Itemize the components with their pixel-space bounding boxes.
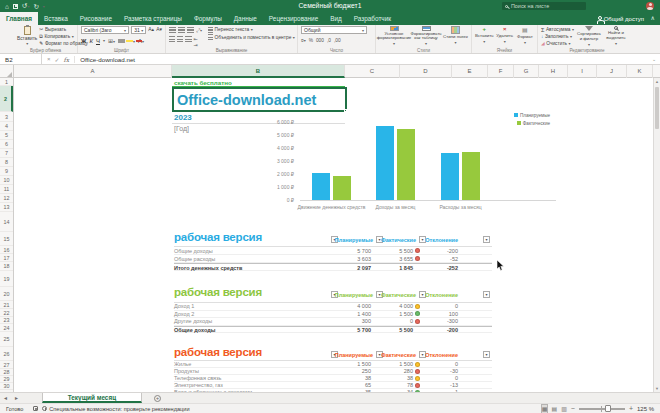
font-name-combo[interactable]: Calibri (Заго▾ bbox=[81, 26, 129, 34]
align-middle-icon[interactable] bbox=[178, 27, 185, 33]
ribbon-tab-Главная[interactable]: Главная bbox=[0, 12, 38, 25]
accessibility-status[interactable]: Специальные возможности: проверьте реком… bbox=[42, 406, 189, 412]
new-sheet-icon[interactable]: + bbox=[154, 395, 161, 402]
column-header-C[interactable]: C bbox=[345, 65, 400, 78]
paste-button[interactable]: Вставить▾ bbox=[17, 26, 37, 47]
deviation-cell[interactable]: -200 bbox=[398, 327, 458, 335]
filter-button[interactable]: ▾ bbox=[483, 291, 490, 298]
column-header-D[interactable]: D bbox=[400, 65, 452, 78]
row-label-cell[interactable]: Общие доходы bbox=[174, 247, 213, 255]
row-label-cell[interactable]: Доход 1 bbox=[174, 303, 194, 311]
column-header-I[interactable]: I bbox=[568, 65, 597, 78]
sheet-tab-current-month[interactable]: Текущий месяц bbox=[42, 393, 142, 403]
delete-cells-button[interactable]: × Удалить▾ bbox=[496, 26, 514, 47]
column-header-J[interactable]: J bbox=[597, 65, 627, 78]
column-header-H[interactable]: H bbox=[539, 65, 568, 78]
selected-cell-b2[interactable]: Office-download.net bbox=[172, 87, 347, 112]
find-select-button[interactable]: Найти и выделить▾ bbox=[604, 26, 628, 47]
zoom-out-button[interactable]: − bbox=[571, 405, 575, 413]
vertical-scrollbar[interactable]: ▲ ▼ bbox=[653, 78, 660, 392]
cell-styles-button[interactable]: Стили ячеек▾ bbox=[443, 26, 468, 47]
row-header-13[interactable]: 13 bbox=[0, 203, 13, 212]
sheet-canvas[interactable]: скачать бесплатно Office-download.net 20… bbox=[14, 78, 653, 392]
row-header-3[interactable]: 3 bbox=[0, 112, 13, 122]
column-header-F[interactable]: F bbox=[488, 65, 514, 78]
deviation-cell[interactable]: 0 bbox=[398, 361, 458, 368]
fill-color-button[interactable]: ▾ bbox=[118, 38, 135, 44]
scroll-up-icon[interactable]: ▲ bbox=[654, 78, 660, 85]
deviation-cell[interactable]: 100 bbox=[398, 311, 458, 319]
row-header-10[interactable]: 10 bbox=[0, 176, 13, 185]
clear-button[interactable]: ◢Очистить▾ bbox=[541, 40, 574, 47]
zoom-slider-handle[interactable] bbox=[605, 405, 611, 412]
align-top-icon[interactable] bbox=[169, 27, 176, 33]
deviation-cell[interactable]: -13 bbox=[398, 382, 458, 389]
row-header-2[interactable]: 2 bbox=[0, 86, 13, 112]
borders-button[interactable]: ⊞▾ bbox=[108, 37, 115, 44]
zoom-slider[interactable] bbox=[579, 408, 625, 410]
row-header-28[interactable]: 28 bbox=[0, 369, 13, 376]
comma-format-button[interactable]: 000 bbox=[316, 38, 324, 43]
deviation-cell[interactable]: -300 bbox=[398, 318, 458, 326]
fill-button[interactable]: ↓Заполнить▾ bbox=[541, 33, 574, 40]
row-header-6[interactable]: 6 bbox=[0, 140, 13, 149]
indent-icons[interactable]: ⇤ ⇥ bbox=[194, 36, 203, 48]
prev-sheet-icon[interactable]: ◄ bbox=[0, 393, 11, 403]
row-label-cell[interactable]: Общие расходы bbox=[174, 255, 215, 263]
page-layout-view-button[interactable]: ▤ bbox=[551, 405, 557, 413]
deviation-cell[interactable]: -30 bbox=[398, 368, 458, 375]
row-header-11[interactable]: 11 bbox=[0, 185, 13, 194]
percent-format-button[interactable]: % bbox=[309, 38, 313, 43]
shrink-font-button[interactable]: A▾ bbox=[156, 26, 162, 34]
macro-record-icon[interactable] bbox=[33, 406, 38, 411]
row-header-16[interactable]: 16 bbox=[0, 246, 13, 254]
wrap-text-button[interactable]: Перенос текста▾ bbox=[208, 26, 295, 34]
merge-center-button[interactable]: Объединить и поместить в центре▾ bbox=[208, 34, 295, 42]
row-header-22[interactable]: 22 bbox=[0, 309, 13, 317]
formula-input[interactable]: Office-download.net bbox=[75, 56, 648, 63]
number-format-combo[interactable]: Общий▾ bbox=[301, 26, 367, 34]
deviation-cell[interactable]: -252 bbox=[398, 264, 458, 272]
row-header-19[interactable]: 19 bbox=[0, 271, 13, 287]
align-center-icon[interactable] bbox=[177, 36, 183, 42]
sort-filter-button[interactable]: Сортировка и фильтр▾ bbox=[576, 26, 602, 47]
user-avatar[interactable] bbox=[646, 2, 654, 10]
search-box[interactable]: Поиск на листе bbox=[502, 2, 586, 10]
select-all-corner[interactable] bbox=[0, 65, 14, 78]
font-size-combo[interactable]: 31▾ bbox=[131, 26, 146, 34]
row-header-25[interactable]: 25 bbox=[0, 332, 13, 347]
row-header-23[interactable]: 23 bbox=[0, 317, 13, 324]
filter-button[interactable]: ▾ bbox=[483, 351, 490, 358]
ribbon-tab-Вид[interactable]: Вид bbox=[324, 12, 348, 25]
row-header-27[interactable]: 27 bbox=[0, 361, 13, 369]
expand-formula-bar-icon[interactable]: ⌄ bbox=[648, 56, 660, 62]
deviation-cell[interactable]: 0 bbox=[398, 375, 458, 382]
row-header-18[interactable]: 18 bbox=[0, 262, 13, 271]
column-header-A[interactable]: A bbox=[14, 65, 172, 78]
row-header-4[interactable]: 4 bbox=[0, 122, 13, 131]
budget-chart[interactable]: 6 000 ₽5 000 ₽4 000 ₽3 000 ₽2 000 ₽1 000… bbox=[258, 110, 562, 216]
underline-button[interactable]: Ч bbox=[96, 38, 100, 44]
row-label-cell[interactable]: Другие доходы bbox=[174, 318, 212, 326]
ribbon-tab-Разметка страницы[interactable]: Разметка страницы bbox=[118, 12, 188, 25]
align-bottom-icon[interactable] bbox=[187, 27, 194, 33]
row-header-9[interactable]: 9 bbox=[0, 167, 13, 176]
column-header-G[interactable]: G bbox=[514, 65, 539, 78]
column-header-K[interactable]: K bbox=[627, 65, 653, 78]
row-header-30[interactable]: 30 bbox=[0, 383, 13, 390]
row-header-12[interactable]: 12 bbox=[0, 194, 13, 203]
row-header-1[interactable]: 1 bbox=[0, 78, 13, 86]
row-label-cell[interactable]: Общие доходы bbox=[174, 327, 215, 335]
ribbon-tab-Рецензирование[interactable]: Рецензирование bbox=[263, 12, 324, 25]
name-box[interactable]: B2 bbox=[0, 54, 42, 65]
next-sheet-icon[interactable]: ► bbox=[11, 393, 22, 403]
insert-cells-button[interactable]: + Вставить▾ bbox=[475, 26, 494, 47]
row-header-15[interactable]: 15 bbox=[0, 232, 13, 246]
conditional-formatting-button[interactable]: Условное форматирование▾ bbox=[379, 26, 409, 47]
align-left-icon[interactable] bbox=[169, 36, 175, 42]
row-label-cell[interactable]: Итого денежных средств bbox=[174, 264, 242, 272]
row-header-7[interactable]: 7 bbox=[0, 149, 13, 158]
year-cell[interactable]: 2023 bbox=[174, 113, 192, 122]
ribbon-tab-Рисование[interactable]: Рисование bbox=[74, 12, 118, 25]
row-label-cell[interactable]: Доход 2 bbox=[174, 311, 194, 319]
